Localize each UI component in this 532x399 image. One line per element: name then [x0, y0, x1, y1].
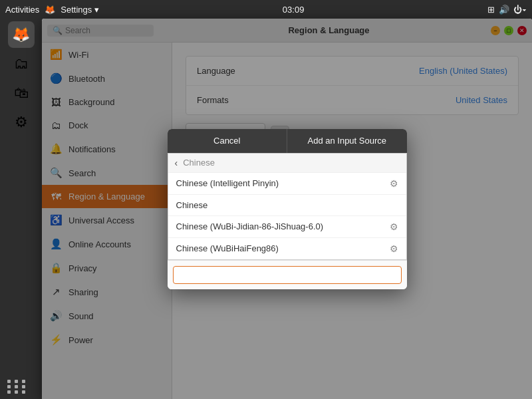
settings-menu-arrow: ▾ [94, 5, 99, 15]
topbar-left: Activities 🦊 Settings ▾ [5, 5, 99, 15]
network-icon: ⊞ [487, 5, 495, 15]
item-label: Chinese (WuBiHaiFeng86) [176, 243, 279, 253]
show-apps-button[interactable] [7, 380, 27, 394]
dock-appstore[interactable]: 🛍 [8, 80, 35, 106]
dialog-overlay: Cancel Add an Input Source ‹ Chinese Chi… [42, 19, 532, 399]
volume-icon: 🔊 [499, 5, 509, 15]
dock: 🦊 🗂 🛍 ⚙ [0, 19, 42, 399]
settings-menu-label: Settings [61, 5, 92, 15]
gear-icon[interactable]: ⚙ [390, 178, 398, 189]
settings-window: 🔍 Region & Language − □ ✕ 📶 Wi-Fi 🔵 Blue… [42, 19, 532, 399]
dialog-list-header: ‹ Chinese [168, 154, 406, 173]
topbar-right: ⊞ 🔊 ⏻▾ [487, 5, 527, 15]
settings-menu[interactable]: Settings ▾ [61, 5, 99, 15]
topbar: Activities 🦊 Settings ▾ 03:09 ⊞ 🔊 ⏻▾ [0, 0, 532, 19]
power-menu-icon[interactable]: ⏻▾ [513, 5, 527, 15]
item-label: Chinese [176, 200, 208, 210]
gear-icon[interactable]: ⚙ [390, 221, 398, 232]
topbar-clock: 03:09 [283, 5, 305, 15]
add-input-source-dialog: Cancel Add an Input Source ‹ Chinese Chi… [168, 129, 407, 289]
item-label: Chinese (WuBi-Jidian-86-JiShuag-6.0) [176, 221, 324, 231]
dialog-button-bar: Cancel Add an Input Source [168, 129, 407, 153]
dialog-search-area [168, 260, 407, 289]
firefox-icon: 🦊 [45, 5, 55, 15]
dock-files[interactable]: 🗂 [8, 51, 35, 77]
dock-firefox[interactable]: 🦊 [8, 21, 35, 48]
list-item[interactable]: Chinese (Intelligent Pinyin) ⚙ [168, 173, 406, 195]
gear-icon[interactable]: ⚙ [390, 243, 398, 254]
dialog-list-area: ‹ Chinese Chinese (Intelligent Pinyin) ⚙… [168, 153, 407, 260]
list-item[interactable]: Chinese (WuBi-Jidian-86-JiShuag-6.0) ⚙ [168, 216, 406, 238]
list-item[interactable]: Chinese (WuBiHaiFeng86) ⚙ [168, 238, 406, 259]
cancel-button[interactable]: Cancel [168, 129, 288, 153]
add-input-source-button[interactable]: Add an Input Source [287, 129, 407, 153]
list-item[interactable]: Chinese [168, 195, 406, 216]
item-label: Chinese (Intelligent Pinyin) [176, 178, 279, 188]
list-header-text: Chinese [183, 158, 215, 168]
dialog-search-input[interactable] [173, 266, 402, 284]
back-arrow-icon[interactable]: ‹ [175, 158, 178, 168]
activities-button[interactable]: Activities [5, 5, 39, 15]
dock-settings[interactable]: ⚙ [8, 109, 35, 136]
